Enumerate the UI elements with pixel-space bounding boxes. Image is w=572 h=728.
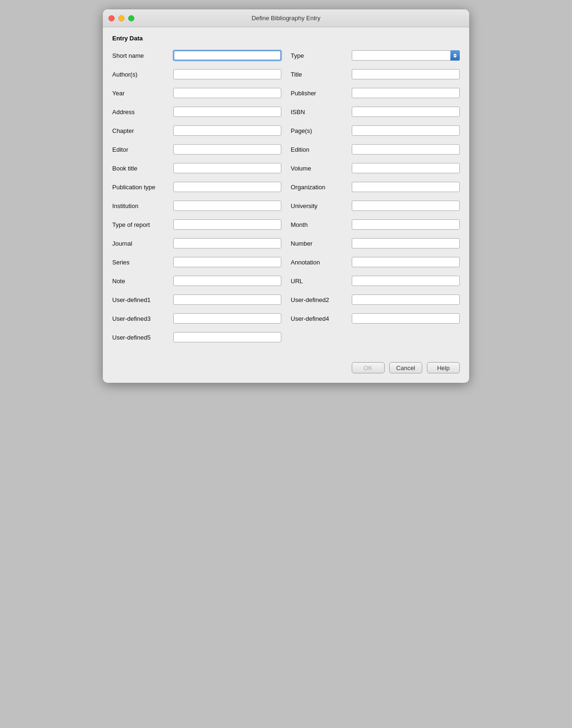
input-chapter[interactable]	[173, 125, 281, 136]
label-university: University	[291, 202, 352, 209]
input-university[interactable]	[352, 201, 460, 211]
input-isbn[interactable]	[352, 107, 460, 117]
form-row-type: Type	[291, 48, 460, 62]
form-row-university: University	[291, 199, 460, 213]
form-row-organization: Organization	[291, 180, 460, 194]
label-volume: Volume	[291, 165, 352, 172]
input-publication-type[interactable]	[173, 182, 281, 192]
form-row-volume: Volume	[291, 161, 460, 175]
input-publisher[interactable]	[352, 88, 460, 98]
input-user-defined1[interactable]	[173, 294, 281, 305]
form-row-annotation: Annotation	[291, 255, 460, 269]
form-row-short-name: Short name	[112, 48, 281, 62]
input-editor[interactable]	[173, 144, 281, 155]
input-book-title[interactable]	[173, 163, 281, 173]
input-user-defined5[interactable]	[173, 332, 281, 342]
form-row-user-defined5: User-defined5	[112, 330, 281, 344]
input-number[interactable]	[352, 238, 460, 248]
label-annotation: Annotation	[291, 259, 352, 266]
form-row-pages: Page(s)	[291, 124, 460, 138]
section-title: Entry Data	[112, 35, 460, 42]
form-row-note: Note	[112, 274, 281, 288]
label-editor: Editor	[112, 146, 173, 153]
form-row-number: Number	[291, 236, 460, 250]
help-button[interactable]: Help	[427, 362, 460, 373]
input-month[interactable]	[352, 219, 460, 230]
label-user-defined4: User-defined4	[291, 315, 352, 322]
input-authors[interactable]	[173, 69, 281, 79]
dialog-content: Entry Data Short name Author(s) Year	[103, 27, 469, 383]
form-row-publisher: Publisher	[291, 86, 460, 100]
button-row: OK Cancel Help	[112, 357, 460, 373]
form-row-user-defined4: User-defined4	[291, 311, 460, 325]
label-number: Number	[291, 240, 352, 247]
label-isbn: ISBN	[291, 108, 352, 116]
label-series: Series	[112, 259, 173, 266]
input-annotation[interactable]	[352, 257, 460, 267]
form-grid: Short name Author(s) Year Address	[112, 48, 460, 349]
close-button[interactable]	[108, 15, 115, 21]
input-user-defined3[interactable]	[173, 313, 281, 324]
input-note[interactable]	[173, 276, 281, 286]
input-url[interactable]	[352, 276, 460, 286]
label-pages: Page(s)	[291, 127, 352, 134]
form-row-chapter: Chapter	[112, 124, 281, 138]
label-book-title: Book title	[112, 165, 173, 172]
form-row-series: Series	[112, 255, 281, 269]
cancel-button[interactable]: Cancel	[389, 362, 422, 373]
ok-button[interactable]: OK	[352, 362, 385, 373]
input-series[interactable]	[173, 257, 281, 267]
label-chapter: Chapter	[112, 127, 173, 134]
input-user-defined4[interactable]	[352, 313, 460, 324]
dialog-window: Define Bibliography Entry Entry Data Sho…	[103, 9, 469, 383]
form-row-user-defined2: User-defined2	[291, 293, 460, 307]
input-journal[interactable]	[173, 238, 281, 248]
input-organization[interactable]	[352, 182, 460, 192]
form-row-isbn: ISBN	[291, 105, 460, 119]
input-pages[interactable]	[352, 125, 460, 136]
label-month: Month	[291, 221, 352, 228]
form-row-institution: Institution	[112, 199, 281, 213]
input-type-of-report[interactable]	[173, 219, 281, 230]
right-column: Type Title Publisher	[291, 48, 460, 349]
label-address: Address	[112, 108, 173, 116]
label-user-defined1: User-defined1	[112, 296, 173, 303]
input-title[interactable]	[352, 69, 460, 79]
label-short-name: Short name	[112, 52, 173, 59]
titlebar: Define Bibliography Entry	[103, 9, 469, 27]
type-select-wrapper	[352, 50, 460, 61]
maximize-button[interactable]	[128, 15, 134, 21]
input-user-defined2[interactable]	[352, 294, 460, 305]
label-user-defined5: User-defined5	[112, 334, 173, 341]
label-user-defined3: User-defined3	[112, 315, 173, 322]
window-title: Define Bibliography Entry	[252, 15, 321, 22]
label-organization: Organization	[291, 184, 352, 191]
form-row-address: Address	[112, 105, 281, 119]
input-address[interactable]	[173, 107, 281, 117]
label-user-defined2: User-defined2	[291, 296, 352, 303]
form-row-title: Title	[291, 67, 460, 81]
input-short-name[interactable]	[173, 50, 281, 61]
label-publication-type: Publication type	[112, 184, 173, 191]
traffic-lights	[108, 15, 134, 21]
input-year[interactable]	[173, 88, 281, 98]
form-row-journal: Journal	[112, 236, 281, 250]
left-column: Short name Author(s) Year Address	[112, 48, 281, 349]
form-row-year: Year	[112, 86, 281, 100]
label-institution: Institution	[112, 202, 173, 209]
form-row-authors: Author(s)	[112, 67, 281, 81]
input-volume[interactable]	[352, 163, 460, 173]
input-institution[interactable]	[173, 201, 281, 211]
select-type[interactable]	[352, 50, 460, 61]
label-title: Title	[291, 71, 352, 78]
label-authors: Author(s)	[112, 71, 173, 78]
form-row-type-of-report: Type of report	[112, 217, 281, 232]
form-row-url: URL	[291, 274, 460, 288]
input-edition[interactable]	[352, 144, 460, 155]
label-journal: Journal	[112, 240, 173, 247]
label-publisher: Publisher	[291, 90, 352, 97]
label-note: Note	[112, 278, 173, 285]
label-type: Type	[291, 52, 352, 59]
minimize-button[interactable]	[118, 15, 124, 21]
form-row-editor: Editor	[112, 142, 281, 156]
